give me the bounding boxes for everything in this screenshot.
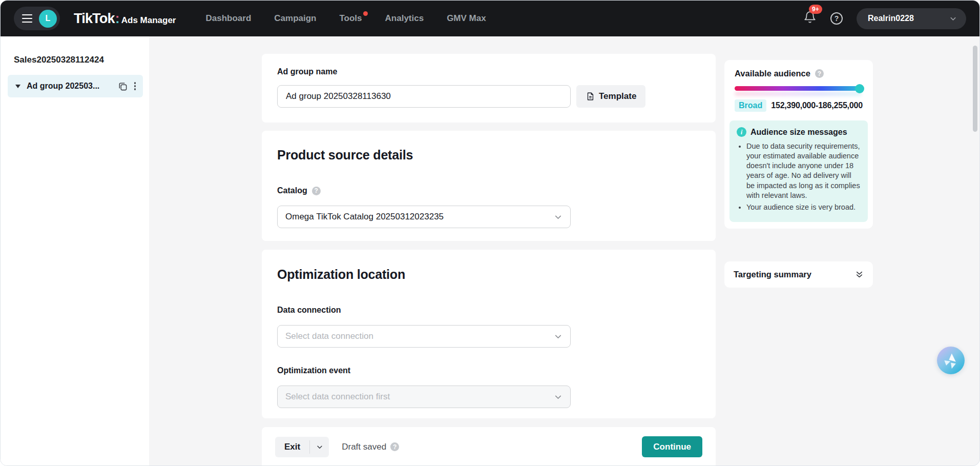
data-connection-placeholder: Select data connection (285, 331, 373, 341)
audience-messages-list: Due to data security requirements, your … (746, 141, 861, 212)
footer-action-bar: Exit Draft saved Continue (262, 427, 716, 466)
brand-colon: : (115, 11, 120, 27)
available-audience-title: Available audience (735, 69, 810, 78)
main-menu-pill[interactable]: L (14, 7, 60, 30)
targeting-summary-card[interactable]: Targeting summary (724, 261, 873, 288)
targeting-summary-title: Targeting summary (734, 270, 811, 279)
chevron-down-icon (554, 332, 562, 341)
product-source-card: Product source details Catalog Omega Tik… (262, 131, 716, 241)
help-icon[interactable] (830, 12, 843, 25)
tools-notification-dot (363, 11, 368, 16)
exit-dropdown-toggle[interactable] (310, 437, 329, 457)
vertical-scrollbar-thumb[interactable] (973, 46, 977, 132)
optimization-event-label: Optimization event (277, 366, 350, 375)
pinwheel-icon (942, 351, 960, 370)
tiktok-logo: TikTok : Ads Manager (74, 11, 176, 27)
assistant-button[interactable] (937, 347, 965, 374)
optimization-event-select[interactable]: Select data connection first (277, 386, 571, 408)
campaign-name: Sales20250328112424 (8, 55, 143, 65)
audience-size-gradient-bar (735, 86, 862, 91)
catalog-select-value: Omega TikTok Catalog 20250312023235 (285, 212, 444, 222)
brand-suffix: Ads Manager (121, 15, 176, 26)
adgroup-name-input[interactable] (277, 85, 571, 108)
exit-button[interactable]: Exit (275, 437, 309, 457)
hamburger-menu-icon[interactable] (22, 14, 33, 23)
optimization-title: Optimization location (277, 267, 700, 282)
exit-split-button: Exit (275, 437, 329, 457)
adgroup-tree-label: Ad group 202503... (27, 82, 118, 91)
info-icon (737, 127, 746, 137)
audience-message-item: Due to data security requirements, your … (746, 141, 861, 200)
nav-right-actions: 9+ Realrin0228 (803, 8, 966, 29)
catalog-help-icon[interactable] (312, 187, 321, 195)
ads-manager-page: L TikTok : Ads Manager Dashboard Campaig… (0, 0, 980, 466)
template-button[interactable]: Template (576, 85, 645, 108)
campaign-tree-sidebar: Sales20250328112424 Ad group 202503... (1, 36, 149, 465)
nav-item-dashboard[interactable]: Dashboard (205, 13, 251, 24)
notifications-button[interactable]: 9+ (803, 11, 817, 26)
copy-icon[interactable] (118, 82, 128, 91)
optimization-event-placeholder: Select data connection first (285, 392, 390, 402)
draft-help-icon[interactable] (390, 442, 399, 451)
available-audience-card: Available audience Broad 152,390,000-186… (724, 60, 873, 229)
draft-status: Draft saved (342, 442, 399, 452)
data-connection-label: Data connection (277, 306, 341, 315)
nav-item-gmv-max[interactable]: GMV Max (447, 13, 486, 24)
notification-count-badge: 9+ (809, 5, 822, 14)
audience-help-icon[interactable] (815, 69, 824, 78)
nav-item-analytics[interactable]: Analytics (385, 13, 424, 24)
double-chevron-down-icon[interactable] (855, 270, 864, 279)
primary-nav: Dashboard Campaign Tools Analytics GMV M… (205, 13, 486, 24)
caret-down-icon[interactable] (15, 85, 20, 88)
chevron-down-icon (554, 213, 562, 221)
chevron-down-icon (316, 443, 323, 451)
more-options-icon[interactable] (133, 80, 137, 92)
account-switcher[interactable]: Realrin0228 (857, 8, 966, 29)
account-name: Realrin0228 (868, 14, 914, 23)
audience-broad-badge: Broad (735, 99, 766, 112)
chevron-down-icon (554, 393, 562, 401)
document-icon (586, 92, 595, 101)
catalog-select[interactable]: Omega TikTok Catalog 20250312023235 (277, 206, 571, 228)
brand-text: TikTok (74, 11, 115, 27)
optimization-location-card: Optimization location Data connection Se… (262, 250, 716, 418)
catalog-label: Catalog (277, 186, 307, 195)
nav-item-campaign[interactable]: Campaign (274, 13, 316, 24)
avatar[interactable]: L (39, 10, 57, 28)
audience-message-item: Your audience size is very broad. (746, 202, 861, 212)
audience-messages-title: Audience size messages (750, 128, 847, 137)
nav-item-tools[interactable]: Tools (339, 13, 362, 24)
adgroup-tree-item[interactable]: Ad group 202503... (8, 75, 143, 97)
product-source-title: Product source details (277, 148, 700, 163)
chevron-down-icon (949, 15, 957, 23)
adgroup-name-label: Ad group name (277, 67, 700, 76)
continue-button[interactable]: Continue (642, 436, 702, 457)
audience-range-value: 152,390,000-186,255,000 (771, 101, 863, 110)
audience-size-messages-box: Audience size messages Due to data secur… (729, 120, 868, 222)
adgroup-name-row: Template (277, 85, 700, 108)
audience-slider-knob[interactable] (855, 84, 864, 93)
adgroup-name-card: Ad group name Template (262, 54, 716, 123)
top-nav: L TikTok : Ads Manager Dashboard Campaig… (1, 1, 979, 36)
data-connection-select[interactable]: Select data connection (277, 325, 571, 348)
